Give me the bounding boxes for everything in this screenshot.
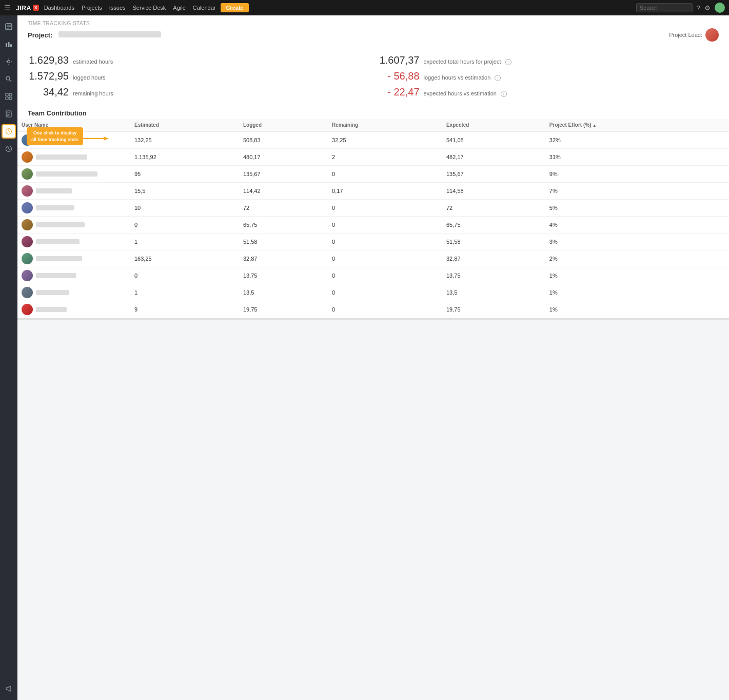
project-name-blurred <box>58 31 161 37</box>
info-icon-3[interactable]: i <box>501 91 507 97</box>
stat-estimated-label: estimated hours <box>73 59 113 65</box>
nav-projects[interactable]: Projects <box>82 5 102 11</box>
expected-7: 32,87 <box>442 250 545 267</box>
svg-line-6 <box>10 80 12 82</box>
sidebar-icon-search[interactable] <box>2 72 16 86</box>
col-logged[interactable]: Logged <box>239 119 328 131</box>
nav-dashboards[interactable]: Dashboards <box>44 5 74 11</box>
user-cell-1 <box>17 149 130 166</box>
user-avatar-10 <box>22 304 33 315</box>
expected-1: 482,17 <box>442 149 545 166</box>
help-icon[interactable]: ? <box>697 4 700 12</box>
hamburger-menu[interactable]: ☰ <box>4 4 11 12</box>
settings-icon[interactable]: ⚙ <box>704 4 711 12</box>
user-name-7 <box>36 256 82 261</box>
estimated-10: 9 <box>130 301 239 318</box>
col-estimated[interactable]: Estimated <box>130 119 239 131</box>
estimated-5: 0 <box>130 217 239 234</box>
logged-8: 13,75 <box>239 267 328 284</box>
create-button[interactable]: Create <box>221 3 248 12</box>
sidebar-icon-grid[interactable] <box>2 89 16 104</box>
logged-0: 508,83 <box>239 131 328 149</box>
svg-rect-8 <box>9 93 12 96</box>
effort-5: 4% <box>545 217 729 234</box>
user-cell-2 <box>17 166 130 183</box>
user-cell-inner-8 <box>22 270 126 281</box>
sidebar-icon-time-tracking[interactable] <box>2 124 16 139</box>
effort-8: 1% <box>545 267 729 284</box>
sidebar-icon-settings[interactable] <box>2 54 16 69</box>
remaining-9: 0 <box>328 284 442 301</box>
panel1-header: Time Tracking Stats Project: Project Lea… <box>17 15 729 47</box>
table-row: 9 19,75 0 19,75 1% <box>17 301 729 318</box>
stat-logged-label: logged hours <box>73 74 106 81</box>
remaining-5: 0 <box>328 217 442 234</box>
stat-logged-value: 1.572,95 <box>28 70 69 82</box>
stat-remaining-label: remaining hours <box>73 90 113 96</box>
estimated-3: 15,5 <box>130 183 239 200</box>
stat-logged-vs-est-label: logged hours vs estimation <box>424 74 491 81</box>
expected-0: 541,08 <box>442 131 545 149</box>
remaining-10: 0 <box>328 301 442 318</box>
svg-rect-2 <box>8 42 10 47</box>
sidebar-icon-chart[interactable] <box>2 37 16 51</box>
remaining-0: 32,25 <box>328 131 442 149</box>
table-row: 0 65,75 0 65,75 4% <box>17 217 729 234</box>
stats-right: 1.607,37 expected total hours for projec… <box>379 52 719 100</box>
col-effort[interactable]: Project Effort (%) <box>545 119 729 131</box>
user-cell-inner-4 <box>22 202 126 213</box>
svg-point-5 <box>6 76 10 80</box>
svg-rect-3 <box>10 44 12 47</box>
user-cell-0 <box>17 131 130 149</box>
expected-2: 135,67 <box>442 166 545 183</box>
user-name-4 <box>36 205 74 210</box>
team-section-title: Team Contribution <box>17 105 729 119</box>
estimated-9: 1 <box>130 284 239 301</box>
remaining-2: 0 <box>328 166 442 183</box>
user-avatar-4 <box>22 202 33 213</box>
search-input[interactable] <box>636 3 693 12</box>
estimated-6: 1 <box>130 234 239 250</box>
panel1-subtitle: Time Tracking Stats <box>28 21 719 26</box>
user-name-2 <box>36 171 97 177</box>
info-icon-1[interactable]: i <box>505 59 511 65</box>
user-cell-inner-1 <box>22 151 126 163</box>
user-avatar[interactable] <box>715 3 725 13</box>
col-remaining[interactable]: Remaining <box>328 119 442 131</box>
nav-agile[interactable]: Agile <box>173 5 185 11</box>
nav-issues[interactable]: Issues <box>109 5 126 11</box>
nav-calendar[interactable]: Calendar <box>193 5 216 11</box>
expected-4: 72 <box>442 200 545 217</box>
project-lead: Project Lead: <box>669 28 719 42</box>
logged-10: 19,75 <box>239 301 328 318</box>
table-row: 10 72 0 72 5% <box>17 200 729 217</box>
stat-logged: 1.572,95 logged hours <box>28 68 368 84</box>
user-avatar-8 <box>22 270 33 281</box>
effort-1: 31% <box>545 149 729 166</box>
logged-9: 13,5 <box>239 284 328 301</box>
nav-service-desk[interactable]: Service Desk <box>133 5 166 11</box>
sidebar-icon-megaphone[interactable] <box>2 682 16 696</box>
nav-right: ? ⚙ <box>636 3 725 13</box>
estimated-1: 1.135,92 <box>130 149 239 166</box>
nav-left: ☰ JIRA X Dashboards Projects Issues Serv… <box>4 3 249 12</box>
user-cell-inner-5 <box>22 219 126 230</box>
table-row: 0 13,75 0 13,75 1% <box>17 267 729 284</box>
col-expected[interactable]: Expected <box>442 119 545 131</box>
project-lead-label: Project Lead: <box>669 32 702 38</box>
sidebar-icon-project[interactable] <box>2 20 16 34</box>
user-cell-5 <box>17 217 130 234</box>
user-cell-6 <box>17 234 130 250</box>
svg-rect-1 <box>6 43 7 47</box>
sidebar <box>0 15 17 700</box>
logged-5: 65,75 <box>239 217 328 234</box>
info-icon-2[interactable]: i <box>495 75 501 81</box>
effort-7: 2% <box>545 250 729 267</box>
sidebar-icon-report[interactable] <box>2 107 16 121</box>
stat-logged-vs-est-value: - 56,88 <box>379 70 420 82</box>
estimated-0: 132,25 <box>130 131 239 149</box>
user-name-3 <box>36 188 72 193</box>
user-avatar-5 <box>22 219 33 230</box>
nav-links: Dashboards Projects Issues Service Desk … <box>44 5 216 11</box>
sidebar-icon-filter[interactable] <box>2 142 16 156</box>
